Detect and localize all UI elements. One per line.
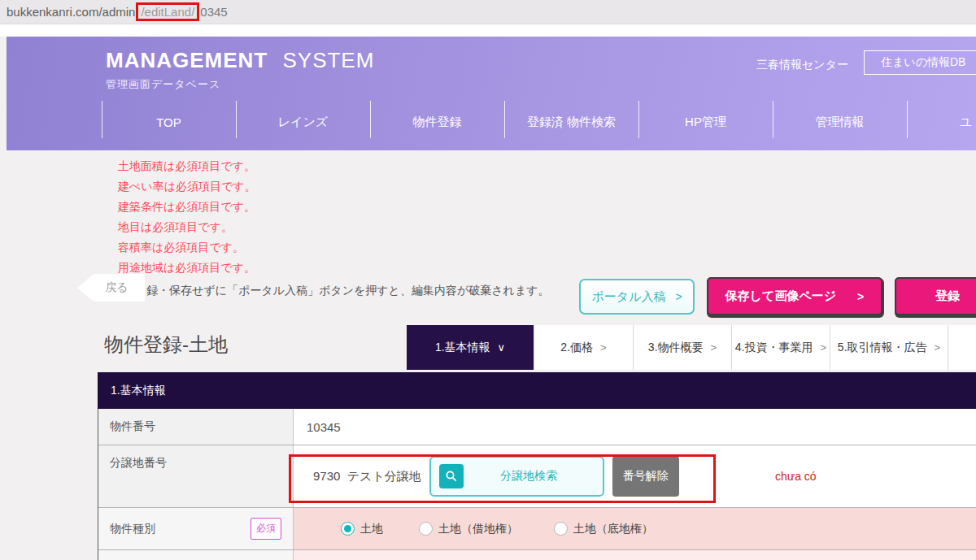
- logo-title-light: SYSTEM: [282, 48, 374, 72]
- chevron-right-icon: >: [675, 290, 682, 303]
- screen: bukkenkanri.com/admin/editLand/0345 MANA…: [0, 0, 976, 560]
- nav-item-top[interactable]: TOP: [102, 98, 236, 146]
- logo-subtitle: 管理画面データベース: [106, 77, 374, 92]
- url-text-prefix: bukkenkanri.com/admin: [7, 5, 135, 19]
- row-label-cell: [98, 550, 294, 560]
- save-and-image-page-button[interactable]: 保存して画像ページ >: [707, 277, 882, 315]
- annotation-note: chưa có: [775, 470, 817, 483]
- chevron-right-icon: >: [711, 341, 717, 354]
- chevron-right-icon: >: [857, 290, 864, 303]
- main-nav: TOP レインズ 物件登録 登録済 物件検索 HP管理 管理情報 ユ: [102, 98, 976, 146]
- subdivision-search-button[interactable]: 分譲地検索: [429, 456, 604, 497]
- property-type-options: 土地 土地（借地権） 土地（底地権）: [294, 508, 976, 549]
- row-label: 物件種別: [110, 522, 155, 536]
- register-button[interactable]: 登録: [895, 277, 976, 315]
- radio-option-leasehold[interactable]: 土地（借地権）: [419, 522, 518, 536]
- subdivision-value-cell: 9730 テスト分譲地 分譲地検索 番号解除: [294, 445, 976, 507]
- form-tabs: 1.基本情報 ∨ 2.価格 > 3.物件概要 > 4.投資・事業用 > 5.取引…: [407, 325, 976, 370]
- annotation-box-url: /editLand/: [136, 2, 199, 21]
- chevron-right-icon: >: [821, 341, 827, 354]
- radio-selected-icon[interactable]: [341, 522, 355, 536]
- nav-item-user-cutoff[interactable]: ユ: [907, 98, 976, 146]
- table-row-subdivision-number: 分譲地番号 9730 テスト分譲地 分譲地検索 番号解除: [98, 445, 976, 508]
- back-button[interactable]: 戻る: [77, 274, 145, 302]
- nav-item-hp-management[interactable]: HP管理: [638, 98, 773, 146]
- url-text-suffix: 0345: [200, 5, 227, 19]
- page-title: 物件登録-土地: [104, 332, 228, 358]
- chevron-right-icon: >: [600, 341, 607, 354]
- org-name: 三春情報センター: [756, 58, 848, 72]
- property-number-value: 10345: [294, 409, 976, 445]
- validation-error: 地目は必須項目です。: [118, 217, 256, 237]
- tab-price[interactable]: 2.価格 >: [534, 325, 633, 370]
- radio-unselected-icon[interactable]: [419, 522, 433, 536]
- required-badge: 必須: [251, 518, 281, 540]
- nav-item-management-info[interactable]: 管理情報: [773, 98, 907, 146]
- table-row-property-type: 物件種別 必須 土地 土地（借地権） 土地（底地権）: [98, 508, 976, 550]
- property-form-table: 物件番号 10345 分譲地番号 9730 テスト分譲地 分譲地検索 番号解除: [98, 409, 976, 560]
- section-header-basic-info: 1.基本情報: [98, 372, 976, 409]
- search-icon: [439, 464, 464, 488]
- tab-investment-business[interactable]: 4.投資・事業用 >: [731, 325, 830, 370]
- app-logo: MANAGEMENT SYSTEM 管理画面データベース: [106, 48, 374, 92]
- tab-cutoff[interactable]: [948, 325, 976, 370]
- validation-errors: 土地面積は必須項目です。 建ぺい率は必須項目です。 建築条件は必須項目です。 地…: [118, 156, 256, 278]
- table-row-property-number: 物件番号 10345: [98, 409, 976, 445]
- row-label: 物件番号: [98, 409, 294, 445]
- browser-url-bar[interactable]: bukkenkanri.com/admin/editLand/0345: [0, 0, 976, 24]
- nav-item-reins[interactable]: レインズ: [236, 98, 370, 146]
- radio-option-bottom-land[interactable]: 土地（底地権）: [554, 522, 653, 536]
- chevron-down-icon: ∨: [498, 341, 506, 354]
- radio-unselected-icon[interactable]: [554, 522, 568, 536]
- tab-property-overview[interactable]: 3.物件概要 >: [633, 325, 731, 370]
- table-row-partial: [98, 550, 976, 560]
- nav-item-registered-search[interactable]: 登録済 物件検索: [504, 98, 638, 146]
- housing-db-button[interactable]: 住まいの情報DB: [864, 50, 976, 75]
- number-clear-button[interactable]: 番号解除: [612, 456, 679, 497]
- validation-error: 土地面積は必須項目です。: [118, 156, 256, 176]
- tab-basic-info[interactable]: 1.基本情報 ∨: [407, 325, 534, 370]
- row-value-cell: [294, 550, 976, 560]
- nav-item-property-register[interactable]: 物件登録: [370, 98, 504, 146]
- logo-title-bold: MANAGEMENT: [106, 48, 268, 72]
- validation-error: 建ぺい率は必須項目です。: [118, 176, 256, 197]
- subdivision-number-value: 9730 テスト分譲地: [313, 469, 421, 484]
- app-header: MANAGEMENT SYSTEM 管理画面データベース 三春情報センター 住ま…: [7, 37, 976, 150]
- radio-option-land[interactable]: 土地: [341, 522, 383, 536]
- validation-error: 建築条件は必須項目です。: [118, 197, 256, 217]
- discard-warning-text: 録・保存せずに「ポータル入稿」ボタンを押すと、編集内容が破棄されます。: [146, 284, 550, 298]
- validation-error: 容積率は必須項目です。: [118, 237, 256, 258]
- chevron-right-icon: >: [935, 341, 941, 354]
- spacer-strip: [0, 24, 976, 37]
- row-label: 分譲地番号: [98, 445, 294, 507]
- row-label-cell: 物件種別 必須: [98, 508, 294, 549]
- tab-transaction-ad[interactable]: 5.取引情報・広告 >: [830, 325, 948, 370]
- portal-submit-button[interactable]: ポータル入稿 >: [579, 279, 695, 315]
